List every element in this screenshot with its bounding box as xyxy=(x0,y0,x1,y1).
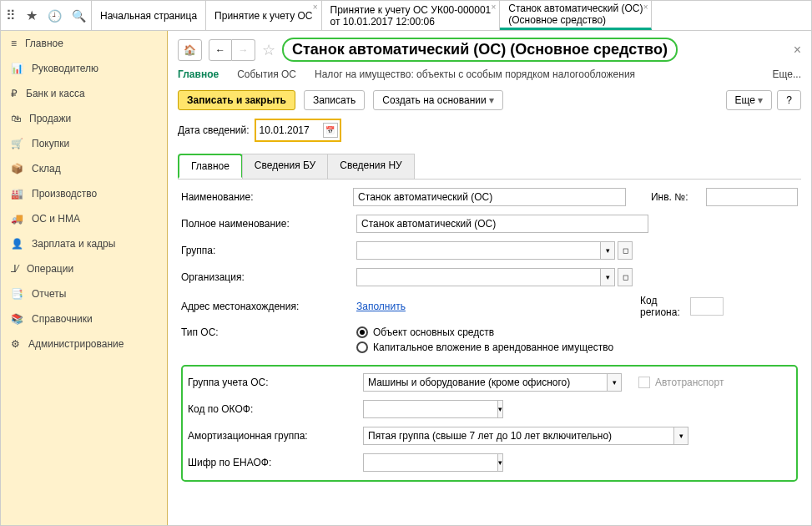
type-option-capital[interactable]: Капитальное вложение в арендованное имущ… xyxy=(356,341,613,353)
date-field: 📅 xyxy=(255,119,341,142)
chart-icon: 📊 xyxy=(11,63,23,74)
type-option-asset[interactable]: Объект основных средств xyxy=(356,326,613,338)
accounting-section: Группа учета ОС: ▾ Автотранспорт Код по … xyxy=(181,365,798,482)
cart-icon: 🛒 xyxy=(11,138,23,149)
menu-events[interactable]: События ОС xyxy=(237,68,296,80)
factory-icon: 🏭 xyxy=(11,188,23,200)
write-close-button[interactable]: Записать и закрыть xyxy=(178,90,295,110)
autotransport-check[interactable]: Автотранспорт xyxy=(638,377,724,388)
close-icon[interactable]: × xyxy=(491,3,496,12)
favorite-icon[interactable]: ☆ xyxy=(262,41,275,59)
sidebar-ops[interactable]: ⅃⁄Операции xyxy=(1,256,167,281)
apps-icon[interactable]: ⠿ xyxy=(6,8,16,23)
person-icon: 👤 xyxy=(11,238,23,250)
sidebar-manager[interactable]: 📊Руководителю xyxy=(1,56,167,81)
group-label: Группа: xyxy=(181,245,356,256)
form: Наименование: Инв. №: Полное наименовани… xyxy=(178,188,801,482)
region-label: Код региона: xyxy=(640,295,690,318)
accgroup-input[interactable] xyxy=(363,373,607,392)
enaof-input[interactable] xyxy=(363,453,497,472)
date-input[interactable] xyxy=(258,121,323,139)
sidebar-bank[interactable]: ₽Банк и касса xyxy=(1,81,167,106)
write-button[interactable]: Записать xyxy=(304,90,365,110)
open-icon[interactable]: ◻ xyxy=(618,241,633,260)
tab-home[interactable]: Начальная страница xyxy=(92,1,206,30)
group-input[interactable] xyxy=(356,241,600,260)
menu-tax[interactable]: Налог на имущество: объекты с особым пор… xyxy=(315,68,635,80)
action-bar: Записать и закрыть Записать Создать на о… xyxy=(178,90,801,110)
top-toolbar: ⠿ ★ 🕘 🔍 Начальная страница Принятие к уч… xyxy=(1,1,811,31)
close-icon[interactable]: × xyxy=(313,3,318,12)
enaof-label: Шифр по ЕНАОФ: xyxy=(188,457,363,468)
back-button[interactable]: ← xyxy=(209,39,232,61)
close-button[interactable]: × xyxy=(794,43,801,58)
subtab-main[interactable]: Главное xyxy=(178,154,243,179)
ops-icon: ⅃⁄ xyxy=(11,263,18,275)
radio-icon xyxy=(356,341,368,353)
search-icon[interactable]: 🔍 xyxy=(72,9,86,23)
book-icon: 📚 xyxy=(11,313,23,325)
tab-asset[interactable]: Станок автоматический (ОС)(Основное сред… xyxy=(500,1,652,30)
box-icon: 📦 xyxy=(11,163,23,174)
region-input[interactable] xyxy=(690,297,724,316)
name-input[interactable] xyxy=(353,188,626,206)
fullname-input[interactable] xyxy=(356,215,648,233)
menu-icon: ≡ xyxy=(11,38,17,49)
radio-icon xyxy=(356,326,368,338)
dropdown-icon[interactable]: ▾ xyxy=(673,427,688,445)
accgroup-label: Группа учета ОС: xyxy=(188,377,363,388)
sidebar-refs[interactable]: 📚Справочники xyxy=(1,306,167,331)
open-icon[interactable]: ◻ xyxy=(618,268,633,286)
clipboard-icon[interactable]: 🕘 xyxy=(48,9,62,23)
sidebar-sales[interactable]: 🛍Продажи xyxy=(1,106,167,131)
system-icons: ⠿ ★ 🕘 🔍 xyxy=(1,1,92,30)
org-input[interactable] xyxy=(356,268,600,286)
sub-tabs: Главное Сведения БУ Сведения НУ xyxy=(178,154,801,180)
sidebar-purchases[interactable]: 🛒Покупки xyxy=(1,131,167,156)
dropdown-icon[interactable]: ▾ xyxy=(600,268,615,286)
checkbox-icon xyxy=(638,377,650,388)
tab-accept-os[interactable]: Принятие к учету ОС× xyxy=(206,1,321,30)
menu-main[interactable]: Главное xyxy=(178,68,219,80)
date-label: Дата сведений: xyxy=(178,124,250,136)
subtab-bu[interactable]: Сведения БУ xyxy=(242,154,328,179)
sidebar-assets[interactable]: 🚚ОС и НМА xyxy=(1,206,167,231)
fill-link[interactable]: Заполнить xyxy=(356,301,406,312)
sidebar-stock[interactable]: 📦Склад xyxy=(1,156,167,181)
dropdown-icon[interactable]: ▾ xyxy=(497,453,503,472)
help-button[interactable]: ? xyxy=(777,90,801,110)
subtab-nu[interactable]: Сведения НУ xyxy=(327,154,414,179)
org-label: Организация: xyxy=(181,271,356,283)
inv-input[interactable] xyxy=(706,188,798,206)
report-icon: 📑 xyxy=(11,288,23,300)
truck-icon: 🚚 xyxy=(11,213,23,225)
sidebar-admin[interactable]: ⚙Администрирование xyxy=(1,331,167,357)
dropdown-icon[interactable]: ▾ xyxy=(600,241,615,260)
sidebar-production[interactable]: 🏭Производство xyxy=(1,181,167,206)
more-button[interactable]: Еще xyxy=(726,90,773,110)
main-panel: 🏠 ← → ☆ Станок автоматический (ОС) (Осно… xyxy=(168,31,811,525)
type-label: Тип ОС: xyxy=(181,326,356,338)
menu-more[interactable]: Еще... xyxy=(773,68,801,80)
amort-input[interactable] xyxy=(363,427,673,445)
bag-icon: 🛍 xyxy=(11,113,21,124)
dropdown-icon[interactable]: ▾ xyxy=(497,400,503,418)
sidebar-hr[interactable]: 👤Зарплата и кадры xyxy=(1,231,167,256)
open-tabs: Начальная страница Принятие к учету ОС× … xyxy=(92,1,811,30)
calendar-icon[interactable]: 📅 xyxy=(323,123,338,138)
close-icon[interactable]: × xyxy=(643,3,648,12)
star-icon[interactable]: ★ xyxy=(26,8,38,23)
sidebar: ≡Главное 📊Руководителю ₽Банк и касса 🛍Пр… xyxy=(1,31,168,525)
tab-accept-os-doc[interactable]: Принятие к учету ОС УК00-000001от 10.01.… xyxy=(322,1,501,30)
ruble-icon: ₽ xyxy=(11,88,18,99)
name-label: Наименование: xyxy=(181,191,345,203)
location-label: Адрес местонахождения: xyxy=(181,301,356,312)
okof-label: Код по ОКОФ: xyxy=(188,403,363,415)
dropdown-icon[interactable]: ▾ xyxy=(607,373,622,392)
home-button[interactable]: 🏠 xyxy=(178,39,202,61)
sidebar-reports[interactable]: 📑Отчеты xyxy=(1,281,167,306)
sidebar-main[interactable]: ≡Главное xyxy=(1,31,167,56)
okof-input[interactable] xyxy=(363,400,497,418)
create-based-button[interactable]: Создать на основании xyxy=(373,90,503,110)
forward-button[interactable]: → xyxy=(232,39,255,61)
